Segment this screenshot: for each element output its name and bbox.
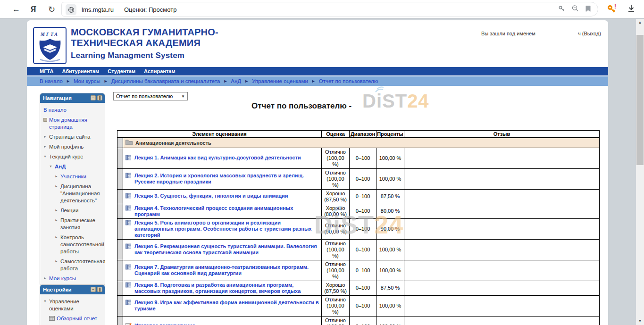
dock-block-icon[interactable]: ❚	[97, 287, 102, 292]
percent-cell: 100,00 %	[376, 239, 404, 260]
tree-collapsed-icon[interactable]: ►	[55, 207, 60, 214]
scroll-down-icon[interactable]: ▼	[636, 317, 644, 325]
sidebar-item-label: Моя домашняя страница	[49, 117, 102, 131]
item-name-cell: Лекция 2. История и хронология массовых …	[123, 168, 322, 189]
breadcrumb-link[interactable]: Мои курсы	[74, 78, 100, 84]
url-text[interactable]: lms.mgta.ru	[82, 6, 114, 13]
grade-percent-text: (87,50 %)	[324, 197, 347, 203]
grade-item-link[interactable]: Лекция 3. Сущность, функция, типология и…	[134, 193, 288, 199]
range-cell: 0–100	[350, 189, 376, 204]
grade-cell: Отлично(100,00 %)	[322, 260, 350, 281]
tree-leaf-icon	[43, 117, 49, 124]
sidebar-item: ►Контроль самостоятельной работы	[43, 234, 102, 255]
topnav-link[interactable]: МГТА	[40, 68, 53, 74]
column-header: Отзыв	[404, 131, 600, 138]
sidebar-item[interactable]: В начало	[43, 107, 102, 114]
grade-item-link[interactable]: Итоговое тестирование	[134, 323, 195, 325]
grade-item-row: Лекция 7. Драматургия анимационно-театра…	[117, 260, 600, 281]
sidebar-item: ▼Управление оценками	[43, 298, 102, 312]
breadcrumb-link[interactable]: АнД	[231, 78, 241, 84]
topnav-link[interactable]: Абитуриентам	[62, 68, 99, 74]
breadcrumb-link[interactable]: Отчет по пользователю	[319, 78, 378, 84]
back-icon[interactable]: ←	[12, 4, 20, 15]
indent-cell	[117, 204, 123, 218]
scrollbar-thumb[interactable]	[636, 35, 644, 165]
category-row: Анимационная деятельность	[117, 138, 600, 148]
tree-collapsed-icon[interactable]: ►	[43, 143, 49, 150]
indent-cell	[117, 316, 123, 325]
tree-collapsed-icon[interactable]: ►	[55, 234, 60, 241]
grade-item-link[interactable]: Лекция 1. Анимация как вид культурно-дос…	[134, 155, 301, 161]
bookmark-icon[interactable]	[585, 5, 591, 12]
grade-item-link[interactable]: Лекция 2. История и хронология массовых …	[134, 173, 319, 185]
breadcrumb: В начало►Мои курсы►Дисциплины бакалавриа…	[27, 76, 608, 86]
breadcrumb-separator-icon: ►	[66, 79, 70, 83]
grade-item-link[interactable]: Лекция 6. Рекреационная сущность туристс…	[134, 243, 319, 256]
grade-cell: Отлично(100,00 %)	[322, 316, 350, 325]
grade-text: Отлично	[324, 223, 347, 229]
sidebar-item[interactable]: ►Мои курсы	[43, 275, 102, 282]
tree-collapsed-icon[interactable]: ►	[43, 275, 49, 282]
dock-block-icon[interactable]: ❚	[97, 95, 102, 100]
sidebar-item-label: Мой профиль	[49, 143, 102, 150]
tree-collapsed-icon[interactable]: ►	[43, 133, 49, 140]
grade-item-link[interactable]: Лекция 5. Роль аниматоров в организации …	[134, 220, 319, 238]
protect-alert-icon[interactable]: !	[606, 4, 618, 16]
tree-collapsed-icon[interactable]: ►	[55, 183, 60, 190]
sidebar-item[interactable]: Обзорный отчет	[43, 315, 102, 323]
report-type-select[interactable]: Отчет по пользователю ▼	[113, 92, 188, 100]
grade-item-link[interactable]: Лекция 8. Подготовка и разработка анимац…	[134, 282, 319, 294]
breadcrumb-link[interactable]: Дисциплины бакалавриата и специалитета	[111, 78, 220, 84]
tree-collapsed-icon[interactable]: ►	[55, 258, 60, 265]
password-key-icon[interactable]	[558, 5, 565, 12]
topnav-link[interactable]: Студентам	[108, 68, 135, 74]
vertical-scrollbar[interactable]: ▲ ▼	[636, 19, 644, 325]
grade-item-link[interactable]: Лекция 9. Игра как эффективная форма ани…	[134, 300, 319, 312]
tree-expanded-icon[interactable]: ▼	[49, 163, 55, 170]
tree-expanded-icon[interactable]: ▼	[43, 298, 49, 305]
grade-cell: Отлично(100,00 %)	[322, 148, 350, 168]
percent-cell: 80,00 %	[376, 204, 404, 218]
grade-text: Хорошо	[324, 282, 347, 288]
grade-item-row: Лекция 1. Анимация как вид культурно-дос…	[117, 148, 600, 168]
scroll-up-icon[interactable]: ▲	[636, 19, 644, 26]
range-cell: 0–100	[350, 239, 376, 260]
zoom-page-icon[interactable]	[571, 5, 579, 12]
download-icon[interactable]	[627, 4, 636, 15]
feedback-cell	[404, 189, 600, 204]
breadcrumb-separator-icon: ►	[104, 79, 108, 83]
lesson-icon	[125, 205, 132, 212]
logout-link[interactable]: ч (Выход)	[578, 31, 601, 36]
feedback-cell	[404, 316, 600, 325]
feedback-cell	[404, 218, 600, 239]
yandex-logo-icon[interactable]: Я	[30, 4, 36, 15]
refresh-icon[interactable]: ↻	[48, 4, 55, 15]
tree-expanded-icon[interactable]: ▼	[43, 153, 49, 160]
grade-percent-text: (100,00 %)	[324, 267, 347, 280]
sidebar-item-label: В начало	[43, 107, 102, 114]
tree-collapsed-icon[interactable]: ►	[55, 173, 60, 180]
grades-table: Элемент оцениванияОценкаДиапазонПроценты…	[117, 130, 600, 325]
sidebar-item[interactable]: ►Участники	[43, 173, 102, 180]
grade-item-link[interactable]: Лекция 7. Драматургия анимационно-театра…	[134, 264, 319, 276]
topnav-link[interactable]: Аспирантам	[144, 68, 175, 74]
tree-collapsed-icon[interactable]: ►	[55, 217, 60, 224]
sidebar-item[interactable]: ▼АнД	[43, 163, 102, 170]
breadcrumb-link[interactable]: В начало	[40, 78, 63, 84]
percent-cell: 100,00 %	[376, 316, 404, 325]
sidebar-item-label: Обзорный отчет	[57, 315, 102, 322]
address-bar[interactable]: lms.mgta.ru Оценки: Просмотр	[61, 2, 598, 17]
settings-block: Настройки − ❚ ▼Управление оценкамиОбзорн…	[40, 284, 105, 325]
category-cell: Анимационная деятельность	[123, 138, 600, 148]
site-icon-chip[interactable]	[66, 4, 76, 15]
category-label: Анимационная деятельность	[135, 140, 211, 146]
collapse-block-icon[interactable]: −	[91, 95, 96, 100]
grade-cell: Отлично(100,00 %)	[322, 168, 350, 189]
column-header: Диапазон	[350, 131, 376, 138]
breadcrumb-link[interactable]: Управление оценками	[252, 78, 308, 84]
sidebar-item[interactable]: Моя домашняя страница	[43, 117, 102, 131]
range-cell: 0–100	[350, 168, 376, 189]
item-name-cell: Лекция 1. Анимация как вид культурно-дос…	[123, 148, 322, 168]
collapse-block-icon[interactable]: −	[91, 287, 96, 292]
grade-item-link[interactable]: Лекция 4. Технологический процесс создан…	[134, 205, 319, 217]
